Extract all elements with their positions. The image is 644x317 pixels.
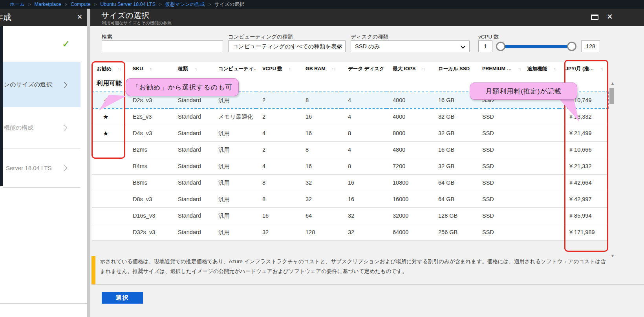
table-row[interactable]: ★E2s_v3Standardメモリ最適化2164400032 GBSSD¥ 1… (92, 108, 608, 125)
sidebar-divider (0, 303, 87, 304)
cell: 32 (342, 207, 386, 224)
cell: 256 GB (432, 224, 476, 240)
vcpu-slider-handle-min[interactable] (496, 42, 505, 51)
close-icon[interactable]: ✕ (607, 12, 613, 21)
table-row[interactable]: D16s_v3Standard汎用16643232000128 GBSSD¥ 8… (92, 207, 608, 224)
table-row[interactable]: B2msStandard汎用284480016 GBSSD¥ 10,666 (92, 141, 608, 158)
cell: Standard (172, 141, 212, 158)
cell: 汎用 (212, 158, 256, 174)
cell (521, 224, 559, 240)
cell: 64 (299, 207, 342, 224)
search-input[interactable] (102, 40, 223, 52)
cell: ¥ 10,666 (559, 141, 608, 158)
divider (91, 284, 644, 285)
check-icon: ✓ (62, 38, 70, 49)
vcpu-slider-track[interactable] (501, 45, 572, 48)
recommended-callout: 「お勧め」から選択するのも可 (126, 78, 239, 96)
vcpu-min-field[interactable]: 1 (478, 40, 492, 52)
column-header[interactable]: データ ディスク↑↓ (342, 62, 386, 75)
column-header[interactable]: お勧め↑↓ (92, 62, 126, 75)
cell: 4 (342, 108, 386, 125)
cell: B4ms (126, 158, 172, 174)
breadcrumb-link[interactable]: 仮想マシンの作成 (165, 1, 205, 8)
cell: 汎用 (212, 207, 256, 224)
vcpu-label: vCPU 数 (478, 33, 499, 40)
column-header-label: ローカル SSD (438, 66, 470, 71)
cell: 汎用 (212, 125, 256, 141)
blade-edge-strip (0, 26, 3, 186)
table-row[interactable]: ★D4s_v3Standard汎用4168800032 GBSSD¥ 21,49… (92, 125, 608, 141)
recommended-star-cell (92, 207, 126, 224)
cell: Standard (172, 158, 212, 174)
cell: 16 (256, 207, 299, 224)
breadcrumb-link[interactable]: ホーム (10, 1, 25, 8)
cell: 8 (342, 158, 386, 174)
cell: 32 (342, 224, 386, 240)
column-header-label: 種類 (178, 66, 188, 71)
column-header-label: お勧め (97, 66, 112, 71)
cell: 8 (256, 191, 299, 207)
sidebar-step-summary[interactable]: Server 18.04 LTS (3, 148, 80, 188)
column-header[interactable]: SKU↑↓ (126, 62, 172, 75)
cell: D4s_v3 (126, 125, 172, 141)
column-header-label: VCPU 数 (262, 66, 282, 71)
breadcrumb-separator: > (209, 2, 211, 7)
sidebar-scrollbar[interactable] (87, 9, 90, 317)
cell: Standard (172, 125, 212, 141)
table-row[interactable]: D32s_v3Standard汎用321283264000256 GBSSD¥ … (92, 224, 608, 240)
cell: 16 (342, 191, 386, 207)
column-header[interactable]: GB RAM↑↓ (299, 62, 342, 75)
disk-type-value: SSD のみ (355, 43, 380, 50)
cell: 32 GB (432, 158, 476, 174)
scrollbar-thumb[interactable] (609, 88, 614, 104)
sort-icon: ↑↓ (289, 66, 291, 71)
cell: メモリ最適化 (212, 108, 256, 125)
select-button[interactable]: 選択 (102, 292, 143, 304)
cell (521, 207, 559, 224)
cell: 4 (256, 158, 299, 174)
maximize-icon[interactable] (591, 15, 598, 20)
breadcrumb-separator: > (28, 2, 31, 7)
column-header[interactable]: JPY/月 (推…↑↓ (559, 62, 608, 75)
cell: B8ms (126, 174, 172, 191)
column-header[interactable]: 最大 IOPS↑↓ (386, 62, 432, 75)
scroll-down-icon[interactable]: ▼ (609, 253, 616, 259)
recommended-star-cell (92, 174, 126, 191)
column-header[interactable]: ローカル SSD↑↓ (432, 62, 476, 75)
cell: 32 (256, 224, 299, 240)
cell: 64000 (386, 224, 432, 240)
column-header[interactable]: 種類↑↓ (172, 62, 212, 75)
column-header[interactable]: コンピューティ…↑↓ (212, 62, 256, 75)
table-row[interactable]: B4msStandard汎用4168720032 GBSSD¥ 21,332 (92, 158, 608, 174)
search-label: 検索 (102, 33, 112, 40)
sort-icon: ↑↓ (600, 66, 603, 71)
column-header[interactable]: 追加機能↑↓ (521, 62, 559, 75)
close-icon[interactable]: ✕ (77, 13, 82, 21)
scroll-up-icon[interactable]: ▲ (609, 80, 616, 86)
cell: SSD (476, 125, 521, 141)
breadcrumb-link[interactable]: Compute (71, 2, 91, 7)
sidebar-step-size[interactable]: ンのサイズの選択 (3, 62, 80, 107)
cell: 10800 (386, 174, 432, 191)
cell (521, 174, 559, 191)
page-subtitle: 利用可能なサイズとその機能の参照 (102, 20, 172, 26)
vcpu-slider-handle-max[interactable] (567, 42, 576, 51)
sidebar-step-basics[interactable]: ✓ (3, 26, 80, 62)
table-row[interactable]: D8s_v3Standard汎用832161600064 GBSSD¥ 42,9… (92, 191, 608, 207)
disk-type-dropdown[interactable]: SSD のみ (351, 40, 470, 52)
sidebar-step-summary-label: Server 18.04 LTS (3, 165, 51, 171)
column-header[interactable]: VCPU 数↑↓ (256, 62, 299, 75)
cell: 4000 (386, 92, 432, 108)
breadcrumb-link[interactable]: Ubuntu Server 18.04 LTS (100, 2, 156, 7)
chevron-right-icon (61, 165, 68, 171)
vcpu-max-field[interactable]: 128 (581, 40, 600, 52)
column-header-label: 追加機能 (527, 66, 547, 71)
compute-type-label: コンピューティングの種類 (228, 33, 293, 40)
compute-type-dropdown[interactable]: コンピューティングのすべての種類を表示 (228, 40, 346, 52)
column-header[interactable]: PREMIUM …↑↓ (476, 62, 521, 75)
vcpu-slider[interactable] (496, 40, 576, 52)
table-row[interactable]: B8msStandard汎用832161080064 GBSSD¥ 42,664 (92, 174, 608, 191)
breadcrumb-link[interactable]: Marketplace (35, 2, 61, 7)
sort-icon: ↑↓ (332, 66, 335, 71)
sidebar-step-settings[interactable]: 機能の構成 (3, 107, 80, 148)
